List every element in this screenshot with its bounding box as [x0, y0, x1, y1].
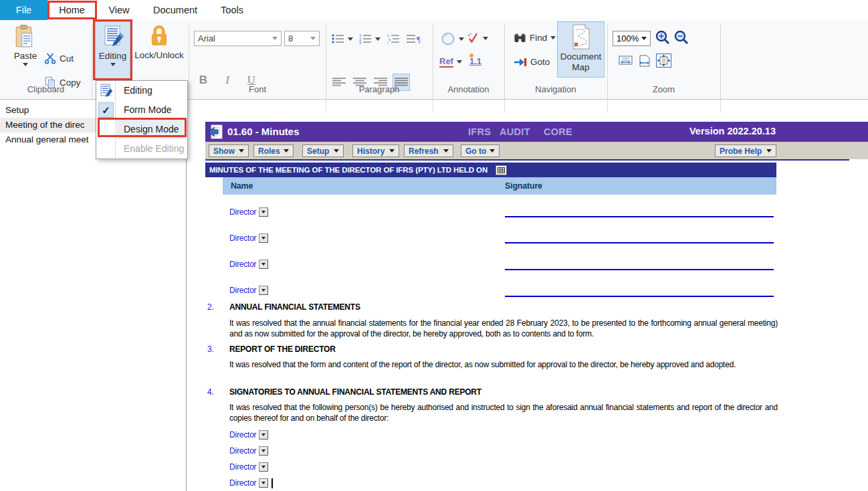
document-back-icon[interactable] — [209, 124, 223, 139]
fit-page-width-button[interactable] — [637, 55, 651, 67]
editing-button[interactable]: Editing — [95, 21, 130, 80]
minutes-title-bar: MINUTES OF THE MEETING OF THE DIRECTOR O… — [205, 163, 776, 177]
director-dropdown-button[interactable] — [259, 286, 268, 295]
tab-document[interactable]: Document — [142, 0, 209, 20]
font-family-select[interactable]: Arial — [194, 31, 282, 46]
chevron-down-icon — [641, 37, 647, 40]
director-link[interactable]: Director — [229, 446, 256, 456]
director-link[interactable]: Director — [229, 478, 256, 488]
fit-width-button[interactable] — [619, 55, 633, 67]
editing-dropdown-menu: Editing ✓ Form Mode Design Mode Enable E… — [96, 80, 188, 159]
director-link[interactable]: Director — [229, 462, 256, 472]
goto-arrow-icon — [514, 58, 527, 67]
combo-arrow-icon — [261, 263, 265, 266]
director-link[interactable]: Director — [229, 260, 256, 269]
signature-line — [505, 216, 774, 217]
multilevel-list-button[interactable]: 1ai — [387, 33, 400, 44]
fit-page-button[interactable] — [656, 54, 671, 68]
director-link[interactable]: Director — [229, 207, 256, 217]
director-dropdown-button[interactable] — [259, 478, 268, 488]
probe-help-button[interactable]: Probe Help — [715, 144, 776, 157]
director-dropdown-button[interactable] — [259, 207, 268, 217]
bullet-list-button[interactable] — [332, 33, 353, 44]
tab-tools[interactable]: Tools — [209, 0, 255, 20]
setup-button[interactable]: Setup — [302, 144, 344, 157]
director-dropdown-button[interactable] — [259, 260, 268, 269]
section-number: 3. — [207, 345, 214, 354]
director-dropdown-button[interactable] — [259, 462, 268, 472]
document-map-button[interactable]: Document Map — [557, 21, 605, 78]
zoom-level-select[interactable]: 100% — [613, 31, 651, 46]
chevron-down-icon — [457, 60, 462, 64]
binoculars-icon — [514, 32, 526, 43]
signatory-row: Director — [229, 445, 268, 457]
chevron-down-icon — [550, 36, 556, 39]
director-link[interactable]: Director — [229, 430, 256, 439]
numbered-list-icon: 123 — [359, 33, 372, 44]
zoom-in-button[interactable] — [655, 29, 671, 45]
signatory-row: Director — [229, 429, 268, 441]
director-link[interactable]: Director — [229, 286, 256, 295]
menu-item-editing[interactable]: Editing — [116, 81, 187, 100]
paragraph-group-label: Paragraph — [326, 84, 433, 96]
tickmark-button[interactable] — [466, 31, 488, 45]
roles-button[interactable]: Roles — [253, 144, 294, 157]
chevron-down-icon — [110, 63, 116, 66]
find-label: Find — [530, 33, 547, 43]
annotation-circle-icon — [441, 31, 455, 46]
svg-text:a: a — [389, 37, 391, 41]
goto-button[interactable]: Goto — [514, 57, 550, 67]
find-button[interactable]: Find — [514, 32, 556, 43]
section-heading: ANNUAL FINANCIAL STATEMENTS — [229, 302, 360, 312]
annotation-note-button[interactable] — [441, 31, 464, 46]
font-family-value: Arial — [198, 33, 215, 43]
refresh-button[interactable]: Refresh — [404, 144, 453, 157]
tag-audit: AUDIT — [500, 126, 530, 137]
chevron-down-icon — [334, 149, 339, 153]
chevron-down-icon — [272, 37, 278, 40]
director-dropdown-button[interactable] — [259, 446, 268, 456]
document-map-label: Document Map — [558, 52, 604, 73]
cut-button[interactable]: Cut — [44, 52, 74, 64]
section-number: 2. — [207, 302, 214, 312]
fit-page-icon — [657, 55, 670, 66]
document-map-icon — [570, 24, 592, 50]
tab-view[interactable]: View — [96, 0, 142, 20]
show-button[interactable]: Show — [209, 144, 249, 157]
director-dropdown-button[interactable] — [259, 430, 268, 439]
director-link[interactable]: Director — [229, 233, 256, 243]
chevron-down-icon — [459, 37, 464, 41]
svg-text:3: 3 — [359, 41, 362, 44]
goto-toolbar-button[interactable]: Go to — [461, 144, 500, 157]
date-picker-button[interactable] — [496, 165, 507, 175]
numbered-list-button[interactable]: 123 — [359, 33, 381, 44]
paragraph-marks-icon[interactable]: ¶ — [407, 33, 421, 45]
lock-unlock-button[interactable]: Lock/Unlock — [132, 21, 187, 60]
numbering-ref-button[interactable]: 1.1 — [469, 56, 481, 66]
director-row: Director — [229, 232, 268, 244]
tab-home[interactable]: Home — [47, 0, 96, 20]
director-dropdown-button[interactable] — [259, 233, 268, 243]
menu-item-enable-editing[interactable]: Enable Editing — [116, 139, 187, 159]
chevron-down-icon — [348, 37, 353, 41]
font-size-select[interactable]: 8 — [284, 31, 320, 46]
tag-core: CORE — [544, 126, 572, 137]
zoom-out-button[interactable] — [673, 29, 689, 45]
director-row: Director — [229, 284, 268, 296]
tab-file[interactable]: File — [0, 0, 47, 20]
menu-item-design-mode[interactable]: Design Mode — [116, 120, 187, 139]
menu-item-form-mode[interactable]: Form Mode — [116, 100, 187, 120]
zoom-in-icon — [655, 29, 671, 45]
toolbar-divider — [205, 159, 849, 161]
zoom-group-label: Zoom — [607, 84, 720, 96]
chevron-down-icon — [490, 149, 495, 153]
section-heading: REPORT OF THE DIRECTOR — [229, 345, 336, 354]
paste-label: Paste — [14, 51, 37, 61]
font-group-label: Font — [191, 84, 324, 96]
signatory-row: Director — [229, 477, 273, 489]
table-header-row: Name Signature — [223, 177, 776, 195]
ref-button[interactable]: Ref — [439, 56, 462, 68]
paste-button[interactable]: Paste — [7, 25, 44, 66]
director-row: Director — [229, 206, 268, 218]
history-button[interactable]: History — [352, 144, 399, 157]
